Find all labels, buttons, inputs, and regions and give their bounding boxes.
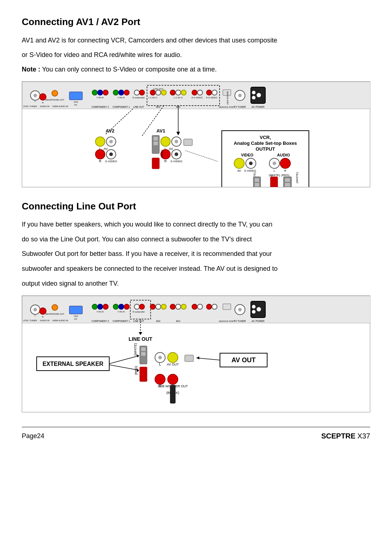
footer-brand: SCEPTRE <box>321 432 355 440</box>
svg-point-99 <box>249 162 253 165</box>
svg-rect-82 <box>184 139 192 146</box>
svg-point-16 <box>103 90 108 95</box>
svg-text:LINE OUT: LINE OUT <box>133 106 144 108</box>
svg-point-34 <box>170 90 175 95</box>
diagram1-svg: L HEADPHONE OUT R VGA PC ATSC TUNER AUDI… <box>22 82 371 187</box>
svg-point-139 <box>113 304 118 309</box>
svg-text:COMPONENT 2: COMPONENT 2 <box>91 320 109 322</box>
section1-body2: or S-Video for video and RCA red/white w… <box>22 49 370 61</box>
svg-text:COMPONENT 1: COMPONENT 1 <box>113 106 130 108</box>
svg-text:AUDIO IN: AUDIO IN <box>40 319 50 322</box>
svg-point-153 <box>170 304 175 309</box>
svg-text:R: R <box>284 169 286 172</box>
svg-text:AV: AV <box>169 147 173 151</box>
svg-text:R: R <box>164 159 167 163</box>
svg-text:(RED): (RED) <box>281 174 290 177</box>
svg-text:COMPONENT 1: COMPONENT 1 <box>113 320 130 322</box>
svg-text:AV1: AV1 <box>176 320 180 322</box>
svg-text:SERVICE
PORT: SERVICE PORT <box>219 320 235 322</box>
svg-text:AV OUT: AV OUT <box>167 363 179 366</box>
svg-point-70 <box>109 152 113 156</box>
footer: Page24 SCEPTRE X37 <box>22 427 370 442</box>
section1-note: Note : You can only connect to S-Video o… <box>22 64 370 75</box>
svg-text:AC POWER: AC POWER <box>252 320 265 322</box>
svg-rect-177 <box>141 352 146 356</box>
diagram2-svg: L HEADPHONE OUT R VGA PC ATSC TUNER AUDI… <box>22 296 371 412</box>
svg-rect-117 <box>285 183 290 187</box>
svg-text:EXTERNAL SPEAKER: EXTERNAL SPEAKER <box>42 361 103 367</box>
svg-text:Analog Cable Set-top Boxes: Analog Cable Set-top Boxes <box>234 140 297 146</box>
svg-text:HDMI AUDIO IN: HDMI AUDIO IN <box>52 319 68 322</box>
svg-text:L    C    AV  O: L C AV O <box>174 97 183 99</box>
svg-point-21 <box>124 90 129 95</box>
svg-point-15 <box>98 90 103 95</box>
svg-point-39 <box>192 90 197 95</box>
svg-text:AUDIO: AUDIO <box>277 153 290 157</box>
svg-point-14 <box>92 90 97 95</box>
svg-text:R: R <box>99 159 102 163</box>
svg-line-90 <box>106 109 133 134</box>
svg-point-158 <box>197 304 203 309</box>
svg-text:L    C    AV  O: L C AV O <box>148 97 158 99</box>
svg-text:ATSC TUNER: ATSC TUNER <box>23 319 37 322</box>
svg-point-35 <box>176 90 181 95</box>
svg-point-145 <box>134 304 139 309</box>
svg-point-49 <box>238 94 242 97</box>
svg-marker-201 <box>196 356 199 359</box>
section1-title: Connecting AV1 / AV2 Port <box>22 15 370 30</box>
svg-text:OUTPUT: OUTPUT <box>256 146 275 152</box>
svg-text:SERVICE
PORT: SERVICE PORT <box>219 106 235 108</box>
svg-text:R  S-VIDEO: R S-VIDEO <box>206 97 217 99</box>
svg-point-97 <box>234 158 244 168</box>
svg-text:TV TUNER: TV TUNER <box>234 106 246 108</box>
footer-model: X37 <box>357 432 370 440</box>
svg-line-119 <box>185 151 218 162</box>
svg-point-126 <box>40 308 46 314</box>
svg-point-151 <box>161 304 166 309</box>
diagram2-box: L HEADPHONE OUT R VGA PC ATSC TUNER AUDI… <box>22 295 370 412</box>
svg-point-53 <box>252 96 256 99</box>
svg-rect-128 <box>69 306 82 314</box>
svg-text:HDMI AUDIO IN: HDMI AUDIO IN <box>52 105 68 107</box>
svg-text:AV: AV <box>237 169 241 172</box>
svg-point-102 <box>280 158 290 168</box>
svg-text:R: R <box>42 102 44 104</box>
svg-text:C/AV OUT: C/AV OUT <box>153 88 163 90</box>
section2-body4: subwoofer and speakers be connected to t… <box>22 263 370 274</box>
svg-marker-59 <box>176 132 180 135</box>
svg-point-86 <box>175 152 178 156</box>
svg-point-4 <box>52 90 58 96</box>
svg-point-77 <box>161 137 170 146</box>
svg-point-29 <box>156 90 161 95</box>
svg-text:AV1: AV1 <box>156 128 165 134</box>
diagram1-box: L HEADPHONE OUT R VGA PC ATSC TUNER AUDI… <box>22 81 370 187</box>
section2-body1: If you have better speakers, which you w… <box>22 219 370 230</box>
svg-text:AUDIO IN: AUDIO IN <box>40 105 50 107</box>
footer-brand-model: SCEPTRE X37 <box>321 430 370 442</box>
svg-point-155 <box>181 304 186 309</box>
section2-body5: output video signal to another TV. <box>22 278 370 289</box>
svg-text:VGA: VGA <box>74 101 78 103</box>
svg-text:S-VIDEO: S-VIDEO <box>171 160 183 163</box>
svg-text:L: L <box>159 362 161 366</box>
svg-point-167 <box>252 305 256 309</box>
svg-text:PC: PC <box>74 104 78 106</box>
svg-rect-183 <box>185 355 193 362</box>
svg-text:AV2: AV2 <box>106 128 114 134</box>
svg-rect-161 <box>223 304 231 310</box>
svg-point-159 <box>207 304 212 309</box>
svg-text:S-VIDEO: S-VIDEO <box>105 160 117 163</box>
svg-rect-185 <box>140 367 147 381</box>
svg-point-136 <box>103 304 108 309</box>
svg-point-30 <box>161 90 166 95</box>
svg-rect-111 <box>255 178 259 182</box>
svg-text:AC POWER: AC POWER <box>252 106 265 108</box>
svg-marker-172 <box>139 332 142 335</box>
svg-point-6 <box>40 94 46 100</box>
svg-point-36 <box>181 90 186 95</box>
svg-point-81 <box>175 140 178 143</box>
svg-point-154 <box>176 304 181 309</box>
svg-rect-76 <box>154 142 158 145</box>
svg-text:HEADPHONE OUT: HEADPHONE OUT <box>45 313 65 315</box>
svg-point-134 <box>92 304 97 309</box>
